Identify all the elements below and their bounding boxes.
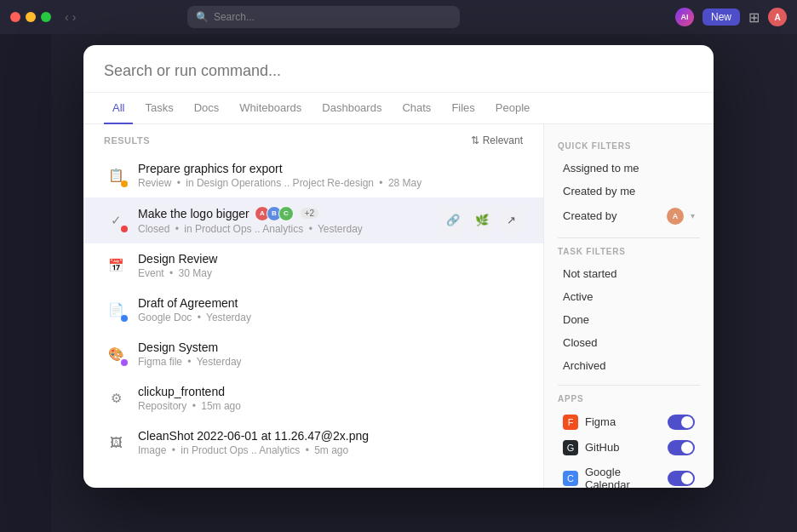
task-filters-label: TASK FILTERS xyxy=(558,247,700,256)
modal-search-area[interactable] xyxy=(83,45,714,93)
result-content: Prepare graphics for export Review • in … xyxy=(138,162,523,189)
tab-all[interactable]: All xyxy=(104,93,133,124)
gcal-app-icon: C xyxy=(563,471,578,486)
results-label: Results xyxy=(104,135,150,146)
tab-docs[interactable]: Docs xyxy=(186,93,228,124)
modal-overlay: All Tasks Docs Whiteboards Dashboards Ch… xyxy=(0,0,797,532)
apps-label: APPS xyxy=(558,394,700,403)
filter-done[interactable]: Done xyxy=(558,309,700,330)
app-figma-row[interactable]: F Figma xyxy=(558,410,700,434)
figma-dot xyxy=(121,359,128,366)
result-icon-task: 📋 xyxy=(104,163,128,187)
app-gcal-row[interactable]: C Google Calendar xyxy=(558,461,700,488)
filter-active[interactable]: Active xyxy=(558,286,700,307)
github-toggle-thumb xyxy=(681,442,693,454)
priority-dot xyxy=(121,180,128,187)
result-meta6: Repository • 15m ago xyxy=(138,400,523,412)
command-search-input[interactable] xyxy=(104,62,693,92)
active-label: Active xyxy=(563,290,593,303)
filter-assigned-label: Assigned to me xyxy=(563,162,695,174)
result-meta4: Google Doc • Yesterday xyxy=(138,312,523,323)
filter-closed[interactable]: Closed xyxy=(558,332,700,353)
result-item-make-logo[interactable]: ✓ Make the logo bigger A B C +2 xyxy=(83,197,543,243)
gcal-app-label: Google Calendar xyxy=(585,466,661,488)
result-item-design-review[interactable]: 📅 Design Review Event • 30 May xyxy=(83,243,543,288)
filter-not-started[interactable]: Not started xyxy=(558,263,700,284)
assign-action-button[interactable]: 🌿 xyxy=(470,209,494,232)
filter-assigned-to-me[interactable]: Assigned to me xyxy=(558,157,700,179)
result-meta5: Figma file • Yesterday xyxy=(138,356,523,368)
result-item-design-system[interactable]: 🎨 Design System Figma file • Yesterday xyxy=(83,332,543,376)
tab-people[interactable]: People xyxy=(487,93,538,124)
closed-label: Closed xyxy=(563,336,597,349)
tab-dashboards[interactable]: Dashboards xyxy=(313,93,390,124)
open-action-button[interactable]: ↗ xyxy=(499,209,523,232)
filter-created-me-label: Created by me xyxy=(563,185,695,197)
sort-icon: ⇅ xyxy=(471,134,479,146)
search-tabs: All Tasks Docs Whiteboards Dashboards Ch… xyxy=(83,93,714,124)
archived-label: Archived xyxy=(563,359,606,372)
repo-icon: ⚙ xyxy=(111,391,122,406)
result-item-clickup-frontend[interactable]: ⚙ clickup_frontend Repository • 15m ago xyxy=(83,376,543,420)
tab-tasks[interactable]: Tasks xyxy=(136,93,181,124)
sort-label: Relevant xyxy=(483,134,523,146)
result-meta3: Event • 30 May xyxy=(138,267,523,279)
result-icon-figma: 🎨 xyxy=(104,342,128,366)
done-label: Done xyxy=(563,313,589,326)
app-github-row[interactable]: G GitHub xyxy=(558,436,700,460)
result-item-prepare-graphics[interactable]: 📋 Prepare graphics for export Review • i… xyxy=(83,153,543,197)
results-header: Results ⇅ Relevant xyxy=(83,124,543,153)
github-app-icon: G xyxy=(563,440,578,455)
divider-2 xyxy=(558,385,700,386)
result-meta2: Closed • in Product Ops .. Analytics • Y… xyxy=(138,223,431,235)
tab-files[interactable]: Files xyxy=(443,93,483,124)
results-panel: Results ⇅ Relevant 📋 Prepare graphics fo… xyxy=(83,124,543,488)
filter-created-by-me[interactable]: Created by me xyxy=(558,180,700,202)
github-toggle[interactable] xyxy=(668,440,695,455)
filter-created-by-label: Created by xyxy=(563,209,660,222)
chevron-down-icon: ▾ xyxy=(691,211,695,220)
result-icon-doc: 📄 xyxy=(104,298,128,322)
event-icon: 📅 xyxy=(108,258,124,273)
tab-chats[interactable]: Chats xyxy=(393,93,439,124)
result-content6: clickup_frontend Repository • 15m ago xyxy=(138,385,523,412)
result-title3: Design Review xyxy=(138,252,523,266)
tab-whiteboards[interactable]: Whiteboards xyxy=(231,93,310,124)
link-action-button[interactable]: 🔗 xyxy=(441,209,465,232)
image-icon: 🖼 xyxy=(110,435,123,449)
gcal-toggle-thumb xyxy=(681,472,693,484)
result-title4: Draft of Agreement xyxy=(138,296,523,310)
gcal-toggle[interactable] xyxy=(668,471,695,486)
priority-dot2 xyxy=(121,226,128,232)
figma-toggle-thumb xyxy=(681,416,693,428)
filter-archived[interactable]: Archived xyxy=(558,355,700,376)
task2-icon: ✓ xyxy=(111,213,122,228)
avatar-3: C xyxy=(278,206,294,221)
sort-button[interactable]: ⇅ Relevant xyxy=(471,134,523,146)
figma-app-label: Figma xyxy=(585,415,661,428)
quick-filters-label: QUICK FILTERS xyxy=(558,141,700,151)
modal-body: Results ⇅ Relevant 📋 Prepare graphics fo… xyxy=(83,124,714,488)
result-actions: 🔗 🌿 ↗ xyxy=(441,209,523,232)
result-icon-repo: ⚙ xyxy=(104,386,128,410)
result-title5: Design System xyxy=(138,340,523,354)
result-content4: Draft of Agreement Google Doc • Yesterda… xyxy=(138,296,523,323)
divider-1 xyxy=(558,237,700,238)
result-title7: CleanShot 2022-06-01 at 11.26.47@2x.png xyxy=(138,429,523,443)
result-meta7: Image • in Product Ops .. Analytics • 5m… xyxy=(138,444,523,456)
result-content7: CleanShot 2022-06-01 at 11.26.47@2x.png … xyxy=(138,429,523,456)
github-app-label: GitHub xyxy=(585,441,661,454)
result-content5: Design System Figma file • Yesterday xyxy=(138,340,523,368)
result-title6: clickup_frontend xyxy=(138,385,523,398)
result-title2: Make the logo bigger A B C +2 xyxy=(138,206,431,221)
filter-created-by[interactable]: Created by A ▾ xyxy=(558,203,700,229)
result-icon-event: 📅 xyxy=(104,254,128,277)
figma-app-icon: F xyxy=(563,415,578,430)
result-item-cleanshot[interactable]: 🖼 CleanShot 2022-06-01 at 11.26.47@2x.pn… xyxy=(83,420,543,465)
result-icon-task2: ✓ xyxy=(104,209,128,232)
figma-toggle[interactable] xyxy=(668,415,695,430)
result-meta: Review • in Design Operations .. Project… xyxy=(138,177,523,189)
result-item-draft-agreement[interactable]: 📄 Draft of Agreement Google Doc • Yester… xyxy=(83,288,543,332)
result-content3: Design Review Event • 30 May xyxy=(138,252,523,279)
not-started-label: Not started xyxy=(563,267,617,280)
